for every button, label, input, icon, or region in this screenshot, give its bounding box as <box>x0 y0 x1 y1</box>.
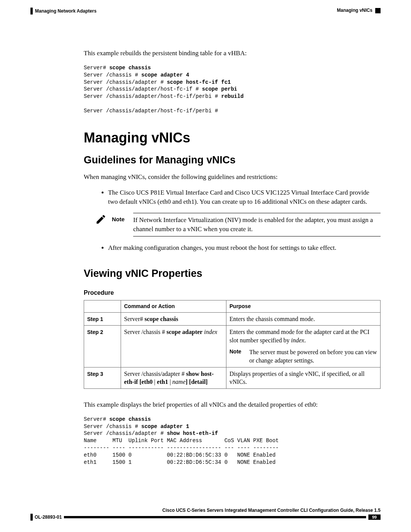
example-intro-2: This example displays the brief properti… <box>84 400 381 409</box>
footer-bar-icon <box>30 514 33 521</box>
footer-left: OL-28893-01 <box>30 514 62 521</box>
chapter-title: Managing Network Adapters <box>35 8 97 14</box>
table-row: Step 3 Server /chassis/adapter # show ho… <box>84 367 381 388</box>
header-right: Managing vNICs <box>337 8 381 13</box>
purpose-cell: Enters the command mode for the adapter … <box>226 326 381 367</box>
code-text: Server /chassis # <box>84 423 141 430</box>
note-label: Note <box>112 213 129 222</box>
code-block-2: Server# scope chassis Server /chassis # … <box>84 416 381 466</box>
th-purpose: Purpose <box>226 300 381 312</box>
code-bold: scope adapter 4 <box>141 72 189 78</box>
code-bold: scope chassis <box>109 65 151 71</box>
cmd-bold: eth1 <box>157 379 168 385</box>
code-bold: rebuild <box>221 93 244 99</box>
guidelines-list: The Cisco UCS P81E Virtual Interface Car… <box>93 188 381 206</box>
cmd-bold: scope adapter <box>167 329 203 335</box>
table-header-row: Command or Action Purpose <box>84 300 381 312</box>
code-text: Server /chassis/adapter/host-fc-if # <box>84 86 202 92</box>
cmd-cell: Server /chassis # scope adapter index <box>121 326 226 367</box>
code-text: Server /chassis/adapter # <box>84 79 167 85</box>
bullet-2: After making configuration changes, you … <box>108 243 381 252</box>
h2-viewing: Viewing vNIC Properties <box>84 268 381 280</box>
cmd-bold: ] <box>206 379 207 385</box>
table-row: Step 1 Server# scope chassis Enters the … <box>84 312 381 326</box>
header-bar-icon <box>30 8 33 14</box>
guidelines-list-2: After making configuration changes, you … <box>93 243 381 252</box>
cmd-text: | <box>153 379 157 385</box>
cmd-text: Server# <box>124 316 145 322</box>
h1-managing-vnics: Managing vNICs <box>84 130 381 146</box>
table-row: Step 2 Server /chassis # scope adapter i… <box>84 326 381 367</box>
footer-doc-id: OL-28893-01 <box>35 514 62 520</box>
note-box: Note If Network Interface Virtualization… <box>94 213 381 236</box>
procedure-table: Command or Action Purpose Step 1 Server#… <box>84 300 381 389</box>
purpose-text: . <box>304 337 306 343</box>
procedure-heading: Procedure <box>84 289 381 296</box>
cmd-text: Server /chassis/adapter # <box>124 371 186 377</box>
cmd-italic: index <box>202 329 217 335</box>
inner-note-body: The server must be powered on before you… <box>249 348 377 364</box>
code-block-1: Server# scope chassis Server /chassis # … <box>84 64 381 115</box>
cmd-bold: ] [ <box>185 379 191 385</box>
code-bold: show host-eth-if <box>167 430 218 436</box>
purpose-italic: index <box>291 337 304 343</box>
note-icon <box>94 213 108 227</box>
cmd-bold: scope chassis <box>145 316 178 322</box>
section-title-header: Managing vNICs <box>337 8 372 13</box>
cmd-bold: [ <box>138 379 141 385</box>
cmd-cell: Server /chassis/adapter # show host-eth-… <box>121 367 226 388</box>
footer-line <box>64 516 366 518</box>
note-body: If Network Interface Virtualization (NIV… <box>133 216 373 233</box>
code-text: Server /chassis # <box>84 72 141 78</box>
code-bold: scope perbi <box>202 86 237 92</box>
footer-row: OL-28893-01 99 <box>30 514 381 521</box>
footer-dark-bar <box>64 516 366 518</box>
code-text: Server# <box>84 416 109 422</box>
header-left: Managing Network Adapters <box>30 8 97 14</box>
cmd-bold: eth0 <box>142 379 153 385</box>
inner-note-label: Note <box>229 348 245 364</box>
cmd-text: Server /chassis # <box>124 329 167 335</box>
cmd-cell: Server# scope chassis <box>121 312 226 326</box>
code-bold: scope adapter 1 <box>141 423 189 430</box>
page-header: Managing Network Adapters Managing vNICs <box>30 8 381 14</box>
code-text: Server# <box>84 65 109 71</box>
code-bold: scope chassis <box>109 416 151 422</box>
h2-guidelines: Guidelines for Managing vNICs <box>84 154 381 166</box>
th-step <box>84 300 121 312</box>
footer-guide-title: Cisco UCS C-Series Servers Integrated Ma… <box>30 508 381 513</box>
note-body-wrap: If Network Interface Virtualization (NIV… <box>133 213 381 236</box>
purpose-cell: Displays properties of a single vNIC, if… <box>226 367 381 388</box>
code-output-table: Name MTU Uplink Port MAC Address CoS VLA… <box>84 438 279 465</box>
content: This example rebuilds the persistent bin… <box>84 49 381 466</box>
footer-page-number: 99 <box>368 514 381 520</box>
purpose-cell: Enters the chassis command mode. <box>226 312 381 326</box>
inner-note: Note The server must be powered on befor… <box>229 348 377 364</box>
pen-icon <box>95 214 107 225</box>
th-command: Command or Action <box>121 300 226 312</box>
header-square-icon <box>375 8 381 13</box>
cmd-text: | <box>168 379 172 385</box>
code-text: Server /chassis/adapter/host-fc-if/perbi… <box>84 108 218 114</box>
cmd-italic: name <box>172 379 186 385</box>
cmd-bold: detail <box>191 379 206 385</box>
step-label: Step 1 <box>87 316 103 322</box>
code-text: Server /chassis/adapter/host-fc-if/perbi… <box>84 93 221 99</box>
step-label: Step 2 <box>87 329 103 335</box>
step-label: Step 3 <box>87 371 103 377</box>
page: Managing Network Adapters Managing vNICs… <box>0 0 411 532</box>
page-footer: Cisco UCS C-Series Servers Integrated Ma… <box>30 508 381 521</box>
bullet-1: The Cisco UCS P81E Virtual Interface Car… <box>108 188 381 206</box>
guidelines-intro: When managing vNICs, consider the follow… <box>84 173 381 182</box>
example-intro-1: This example rebuilds the persistent bin… <box>84 49 381 58</box>
code-text: Server /chassis/adapter # <box>84 430 167 436</box>
code-bold: scope host-fc-if fc1 <box>167 79 231 85</box>
